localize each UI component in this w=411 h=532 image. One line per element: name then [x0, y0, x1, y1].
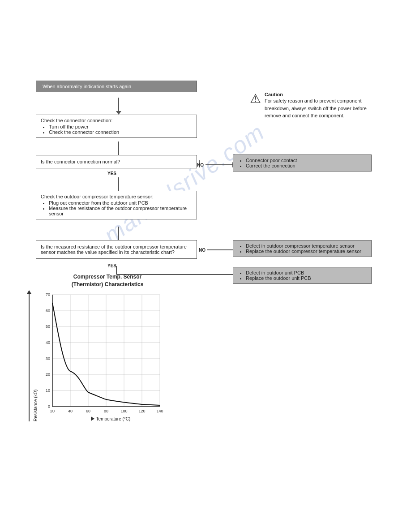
- caution-label: Caution: [265, 92, 283, 97]
- resistance-match-box: Is the measured resistance of the outdoo…: [36, 240, 197, 259]
- check-connector-item-1: Turn off the power: [49, 124, 192, 129]
- chart-title: Compressor Temp. Sensor (Thermistor) Cha…: [27, 273, 188, 288]
- arrow-1: [116, 98, 121, 115]
- caution-box: ⚠ Caution For safety reason and to preve…: [250, 92, 384, 120]
- svg-text:140: 140: [156, 409, 163, 413]
- svg-text:80: 80: [104, 409, 108, 413]
- yes-label-2: YES: [107, 263, 116, 268]
- x-axis-label: Temperature (°C): [96, 416, 131, 421]
- defect-sensor-list: Defect in outdoor compressor temperature…: [238, 243, 367, 254]
- connector-issue-item-2: Correct the connection: [246, 163, 367, 168]
- check-sensor-title: Check the outdoor compressor temperature…: [41, 194, 192, 199]
- svg-text:40: 40: [46, 340, 50, 345]
- chart-body: Resistance (kΩ): [27, 290, 188, 421]
- x-axis-label-container: Temperature (°C): [39, 416, 169, 421]
- x-arrow-head: [91, 416, 94, 421]
- chart-svg-wrapper: 0 10 20 30 40 50 60 70 20 40 60 80 100 1…: [39, 290, 169, 421]
- svg-text:30: 30: [46, 356, 50, 361]
- defect-sensor-item-1: Defect in outdoor compressor temperature…: [246, 243, 367, 249]
- connector-issue-box: Connector poor contact Correct the conne…: [233, 154, 372, 172]
- check-sensor-box: Check the outdoor compressor temperature…: [36, 191, 197, 219]
- check-sensor-item-2: Measure the resistance of the outdoor co…: [49, 206, 192, 216]
- connector-issue-item-1: Connector poor contact: [246, 158, 367, 163]
- check-sensor-item-1: Plug out connector from the outdoor unit…: [49, 200, 192, 206]
- svg-text:60: 60: [86, 409, 90, 413]
- defect-sensor-box: Defect in outdoor compressor temperature…: [233, 240, 372, 257]
- defect-pcb-box: Defect in outdoor unit PCB Replace the o…: [233, 267, 372, 284]
- start-box: When abnormality indication starts again: [36, 81, 197, 92]
- svg-text:60: 60: [46, 309, 50, 313]
- yes-label-1: YES: [107, 171, 116, 176]
- page: manualsrive.com ⚠ Caution For safety rea…: [0, 0, 411, 532]
- svg-text:10: 10: [46, 388, 50, 393]
- y-axis-label: Resistance (kΩ): [33, 290, 38, 421]
- defect-sensor-item-2: Replace the outdoor compressor temperatu…: [246, 249, 367, 254]
- svg-text:70: 70: [46, 292, 50, 297]
- check-connector-list: Turn off the power Check the connector c…: [41, 124, 192, 135]
- y-axis-line: [29, 294, 30, 421]
- check-sensor-list: Plug out connector from the outdoor unit…: [41, 200, 192, 216]
- y-arrow-head: [27, 290, 31, 294]
- svg-text:0: 0: [48, 404, 50, 409]
- svg-text:20: 20: [46, 372, 50, 377]
- defect-pcb-item-2: Replace the outdoor unit PCB: [246, 275, 367, 281]
- check-connector-item-2: Check the connector connection: [49, 129, 192, 135]
- check-connector-title: Check the connector connection:: [41, 118, 192, 123]
- chart-svg: 0 10 20 30 40 50 60 70 20 40 60 80 100 1…: [39, 290, 169, 416]
- caution-text: For safety reason and to prevent compone…: [265, 97, 384, 120]
- svg-text:40: 40: [68, 409, 73, 413]
- chart-area: Compressor Temp. Sensor (Thermistor) Cha…: [27, 273, 188, 421]
- svg-text:50: 50: [46, 324, 50, 329]
- svg-text:120: 120: [138, 409, 145, 413]
- y-axis-container: [27, 290, 31, 421]
- svg-text:100: 100: [120, 409, 127, 413]
- arrow-no-1: NO: [197, 162, 236, 167]
- caution-icon: ⚠: [250, 93, 261, 105]
- check-connector-box: Check the connector connection: Turn off…: [36, 115, 197, 138]
- svg-text:20: 20: [50, 409, 55, 413]
- connector-normal-box: Is the connector connection normal?: [36, 155, 197, 168]
- arrow-no-2: NO: [199, 247, 238, 253]
- connector-issue-list: Connector poor contact Correct the conne…: [238, 158, 367, 168]
- defect-pcb-item-1: Defect in outdoor unit PCB: [246, 270, 367, 275]
- defect-pcb-list: Defect in outdoor unit PCB Replace the o…: [238, 270, 367, 281]
